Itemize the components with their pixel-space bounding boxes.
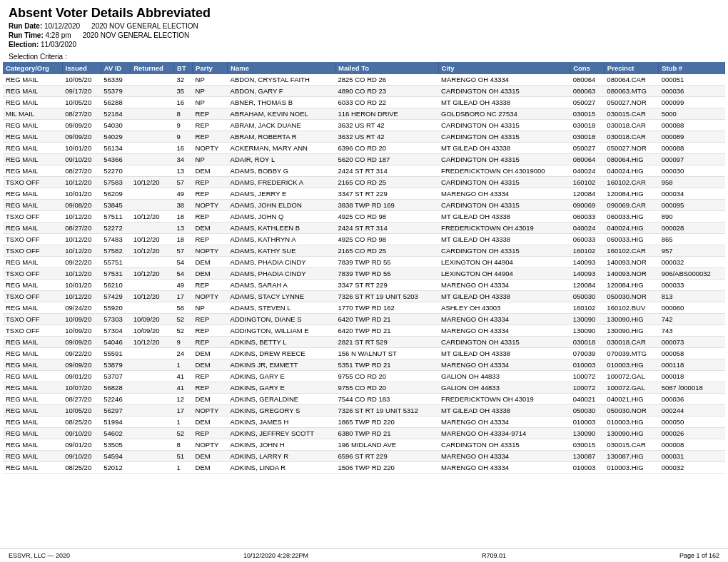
- table-cell: REG MAIL: [3, 371, 62, 382]
- table-cell: 55920: [101, 302, 130, 314]
- col-name: Name: [228, 62, 335, 74]
- table-cell: 9: [174, 120, 193, 131]
- table-cell: 000058: [659, 348, 725, 359]
- table-cell: 080064: [570, 154, 605, 165]
- table-cell: TSXO OFF: [3, 291, 62, 302]
- table-cell: 9: [174, 337, 193, 348]
- table-cell: [131, 223, 174, 234]
- table-row: REG MAIL09/10/205436634NPADAIR, ROY L562…: [3, 154, 725, 165]
- table-cell: 24: [174, 348, 193, 359]
- table-cell: ABRAM, JACK DUANE: [228, 120, 335, 131]
- table-cell: REG MAIL: [3, 337, 62, 348]
- table-cell: REP: [193, 188, 228, 200]
- table-row: REG MAIL09/09/20538791DEMADKINS JR, EMME…: [3, 359, 725, 371]
- table-cell: 10/05/20: [62, 97, 101, 108]
- table-cell: 52: [174, 314, 193, 325]
- table-cell: 000099: [659, 97, 725, 108]
- table-cell: LEXINGTON OH 44904: [438, 257, 570, 268]
- table-cell: DEM: [193, 462, 228, 474]
- table-body: REG MAIL10/05/205633932NPABDON, CRYSTAL …: [3, 74, 725, 474]
- table-cell: 10/12/20: [131, 234, 174, 245]
- table-cell: DEM: [193, 359, 228, 371]
- table-cell: [131, 382, 174, 394]
- table-cell: REP: [193, 428, 228, 439]
- table-cell: 17: [174, 291, 193, 302]
- table-cell: 54366: [101, 154, 130, 165]
- table-cell: 1770 TWP RD 162: [335, 302, 438, 314]
- table-cell: 156 N WALNUT ST: [335, 348, 438, 359]
- table-cell: 52: [174, 428, 193, 439]
- table-cell: 080063.MTG: [604, 86, 658, 97]
- table-cell: 54: [174, 268, 193, 280]
- table-cell: 09/17/20: [62, 86, 101, 97]
- table-cell: CARDINGTON OH 43315: [438, 245, 570, 257]
- table-cell: [131, 143, 174, 154]
- table-cell: 57483: [101, 234, 130, 245]
- table-cell: NOPTY: [193, 245, 228, 257]
- table-cell: 742: [659, 314, 725, 325]
- table-cell: ADDINGTON, DIANE S: [228, 314, 335, 325]
- table-cell: MT GILEAD OH 43338: [438, 143, 570, 154]
- table-cell: REP: [193, 314, 228, 325]
- table-cell: MARENGO OH 43334-9714: [438, 428, 570, 439]
- table-cell: 5000: [659, 108, 725, 120]
- table-cell: CARDINGTON OH 43315: [438, 131, 570, 143]
- table-cell: 57304: [101, 325, 130, 337]
- table-cell: [131, 405, 174, 417]
- table-cell: NOPTY: [193, 143, 228, 154]
- table-cell: 050027.NOR: [604, 97, 658, 108]
- footer-company: ESSVR, LLC — 2020: [9, 552, 70, 559]
- table-cell: REG MAIL: [3, 394, 62, 405]
- table-cell: 09/09/20: [62, 337, 101, 348]
- table-cell: 000051: [659, 74, 725, 86]
- table-cell: 7839 TWP RD 55: [335, 268, 438, 280]
- table-cell: REG MAIL: [3, 188, 62, 200]
- table-cell: [131, 165, 174, 177]
- table-cell: REG MAIL: [3, 428, 62, 439]
- table-row: REG MAIL09/10/205459451DEMADKINS, LARRY …: [3, 451, 725, 462]
- table-cell: REG MAIL: [3, 86, 62, 97]
- table-cell: 09/01/20: [62, 371, 101, 382]
- table-cell: 10/12/20: [131, 177, 174, 188]
- table-cell: 060033.HIG: [604, 234, 658, 245]
- table-cell: 56828: [101, 382, 130, 394]
- table-cell: 56209: [101, 188, 130, 200]
- table-cell: MT GILEAD OH 43338: [438, 234, 570, 245]
- table-cell: 000032: [659, 257, 725, 268]
- table-cell: MARENGO OH 43334: [438, 314, 570, 325]
- table-cell: [131, 462, 174, 474]
- table-cell: ADKINS, LARRY R: [228, 451, 335, 462]
- table-cell: FREDERICKTOWN OH 43019: [438, 223, 570, 234]
- table-cell: REG MAIL: [3, 74, 62, 86]
- table-cell: 130090.HIG: [604, 428, 658, 439]
- table-cell: ADAMS, STEVEN L: [228, 302, 335, 314]
- table-cell: 030015: [570, 108, 605, 120]
- table-cell: 000008: [659, 439, 725, 451]
- table-cell: MT GILEAD OH 43338: [438, 348, 570, 359]
- table-cell: 6420 TWP RD 21: [335, 325, 438, 337]
- table-cell: 10/09/20: [62, 325, 101, 337]
- table-cell: 040024.HIG: [604, 165, 658, 177]
- table-cell: 13: [174, 165, 193, 177]
- table-cell: 116 HERON DRIVE: [335, 108, 438, 120]
- table-cell: [131, 97, 174, 108]
- table-cell: ABRAM, ROBERTA R: [228, 131, 335, 143]
- table-cell: DEM: [193, 451, 228, 462]
- table-cell: REP: [193, 177, 228, 188]
- table-cell: 13: [174, 223, 193, 234]
- table-row: REG MAIL09/22/205575154DEMADAMS, PHADIA …: [3, 257, 725, 268]
- table-cell: 2424 ST RT 314: [335, 223, 438, 234]
- table-row: TSXO OFF10/12/205753110/12/2054DEMADAMS,…: [3, 268, 725, 280]
- table-cell: 55379: [101, 86, 130, 97]
- table-cell: 010003.HIG: [604, 417, 658, 428]
- table-cell: 3632 US RT 42: [335, 120, 438, 131]
- table-cell: TSXO OFF: [3, 314, 62, 325]
- table-row: TSXO OFF10/12/205742910/12/2017NOPTYADAM…: [3, 291, 725, 302]
- table-cell: REG MAIL: [3, 257, 62, 268]
- table-cell: 2825 CO RD 26: [335, 74, 438, 86]
- table-row: REG MAIL10/05/205629717NOPTYADKINS, GREG…: [3, 405, 725, 417]
- table-cell: ABDON, GARY F: [228, 86, 335, 97]
- table-cell: 2424 ST RT 314: [335, 165, 438, 177]
- table-cell: 030015.CAR: [604, 439, 658, 451]
- table-row: REG MAIL09/08/205384538NOPTYADAMS, JOHN …: [3, 200, 725, 211]
